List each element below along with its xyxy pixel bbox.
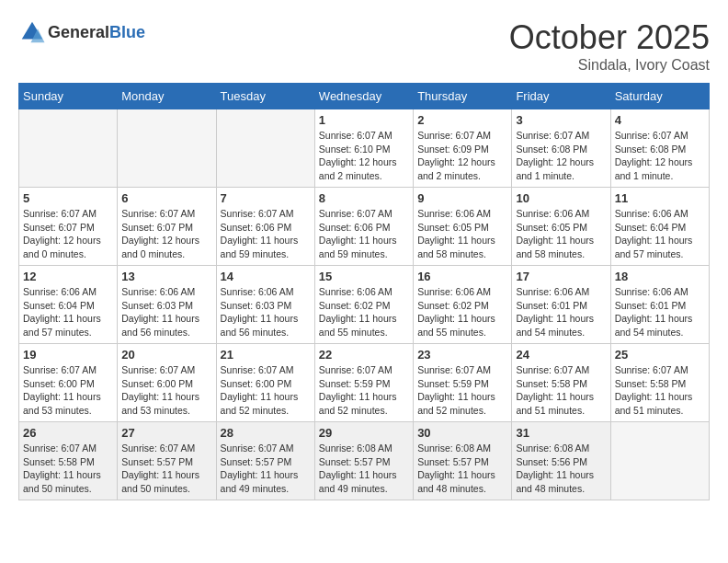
day-info: Sunrise: 6:06 AMSunset: 6:04 PMDaylight:… [615, 207, 705, 261]
calendar-day-cell: 21Sunrise: 6:07 AMSunset: 6:00 PMDayligh… [216, 344, 314, 422]
day-number: 24 [516, 348, 606, 362]
day-info: Sunrise: 6:07 AMSunset: 6:00 PMDaylight:… [121, 363, 211, 418]
day-number: 7 [221, 191, 311, 205]
day-info: Sunrise: 6:07 AMSunset: 5:59 PMDaylight:… [319, 363, 409, 418]
day-number: 26 [23, 426, 113, 440]
day-number: 17 [516, 270, 606, 283]
day-info: Sunrise: 6:07 AMSunset: 6:09 PMDaylight:… [417, 129, 507, 183]
day-number: 14 [221, 270, 311, 283]
calendar-day-cell [216, 109, 314, 188]
day-info: Sunrise: 6:07 AMSunset: 5:59 PMDaylight:… [417, 363, 507, 418]
calendar-day-cell: 14Sunrise: 6:06 AMSunset: 6:03 PMDayligh… [216, 266, 314, 344]
calendar-day-cell: 19Sunrise: 6:07 AMSunset: 6:00 PMDayligh… [19, 344, 118, 422]
calendar-day-cell: 30Sunrise: 6:08 AMSunset: 5:57 PMDayligh… [414, 422, 512, 500]
calendar-week-row: 1Sunrise: 6:07 AMSunset: 6:10 PMDaylight… [19, 109, 710, 188]
calendar-day-cell: 11Sunrise: 6:06 AMSunset: 6:04 PMDayligh… [610, 188, 709, 266]
day-info: Sunrise: 6:07 AMSunset: 6:00 PMDaylight:… [23, 363, 113, 418]
weekday-header: Tuesday [216, 84, 314, 109]
day-number: 5 [23, 191, 113, 205]
day-info: Sunrise: 6:07 AMSunset: 6:08 PMDaylight:… [615, 129, 705, 183]
weekday-header: Saturday [610, 84, 709, 109]
day-info: Sunrise: 6:07 AMSunset: 6:10 PMDaylight:… [319, 129, 409, 183]
weekday-header: Monday [118, 84, 216, 109]
calendar-day-cell: 31Sunrise: 6:08 AMSunset: 5:56 PMDayligh… [512, 422, 610, 500]
day-info: Sunrise: 6:06 AMSunset: 6:01 PMDaylight:… [516, 285, 606, 339]
day-info: Sunrise: 6:07 AMSunset: 6:07 PMDaylight:… [121, 207, 211, 261]
calendar-day-cell: 3Sunrise: 6:07 AMSunset: 6:08 PMDaylight… [512, 109, 610, 188]
logo-icon [18, 18, 46, 46]
day-info: Sunrise: 6:06 AMSunset: 6:04 PMDaylight:… [23, 285, 113, 339]
day-number: 11 [615, 191, 705, 205]
day-number: 15 [319, 270, 409, 283]
calendar-week-row: 26Sunrise: 6:07 AMSunset: 5:58 PMDayligh… [19, 422, 710, 500]
day-info: Sunrise: 6:06 AMSunset: 6:02 PMDaylight:… [319, 285, 409, 339]
calendar-day-cell: 23Sunrise: 6:07 AMSunset: 5:59 PMDayligh… [414, 344, 512, 422]
day-info: Sunrise: 6:07 AMSunset: 5:57 PMDaylight:… [221, 442, 311, 496]
day-number: 25 [615, 348, 705, 362]
day-info: Sunrise: 6:06 AMSunset: 6:05 PMDaylight:… [516, 207, 606, 261]
weekday-header: Wednesday [314, 84, 413, 109]
day-info: Sunrise: 6:06 AMSunset: 6:05 PMDaylight:… [417, 207, 507, 261]
day-info: Sunrise: 6:07 AMSunset: 6:00 PMDaylight:… [221, 363, 311, 418]
calendar-day-cell: 20Sunrise: 6:07 AMSunset: 6:00 PMDayligh… [118, 344, 216, 422]
day-info: Sunrise: 6:08 AMSunset: 5:57 PMDaylight:… [417, 442, 507, 496]
day-number: 6 [121, 191, 211, 205]
location-title: Sindala, Ivory Coast [509, 57, 710, 74]
calendar-week-row: 19Sunrise: 6:07 AMSunset: 6:00 PMDayligh… [19, 344, 710, 422]
calendar-day-cell: 7Sunrise: 6:07 AMSunset: 6:06 PMDaylight… [216, 188, 314, 266]
day-info: Sunrise: 6:06 AMSunset: 6:03 PMDaylight:… [121, 285, 211, 339]
calendar-day-cell: 28Sunrise: 6:07 AMSunset: 5:57 PMDayligh… [216, 422, 314, 500]
day-number: 27 [121, 426, 211, 440]
calendar-week-row: 5Sunrise: 6:07 AMSunset: 6:07 PMDaylight… [19, 188, 710, 266]
calendar-day-cell: 1Sunrise: 6:07 AMSunset: 6:10 PMDaylight… [314, 109, 413, 188]
weekday-header: Friday [512, 84, 610, 109]
day-info: Sunrise: 6:08 AMSunset: 5:56 PMDaylight:… [516, 442, 606, 496]
day-number: 20 [121, 348, 211, 362]
day-number: 21 [221, 348, 311, 362]
day-number: 30 [417, 426, 507, 440]
calendar-day-cell: 4Sunrise: 6:07 AMSunset: 6:08 PMDaylight… [610, 109, 709, 188]
calendar-day-cell: 15Sunrise: 6:06 AMSunset: 6:02 PMDayligh… [314, 266, 413, 344]
logo: GeneralBlue [18, 18, 145, 46]
day-number: 8 [319, 191, 409, 205]
day-info: Sunrise: 6:06 AMSunset: 6:02 PMDaylight:… [417, 285, 507, 339]
day-number: 9 [417, 191, 507, 205]
calendar-day-cell [610, 422, 709, 500]
month-title: October 2025 [509, 18, 710, 57]
day-info: Sunrise: 6:07 AMSunset: 6:06 PMDaylight:… [319, 207, 409, 261]
day-info: Sunrise: 6:07 AMSunset: 6:06 PMDaylight:… [221, 207, 311, 261]
calendar-day-cell: 9Sunrise: 6:06 AMSunset: 6:05 PMDaylight… [414, 188, 512, 266]
day-number: 10 [516, 191, 606, 205]
day-number: 12 [23, 270, 113, 283]
day-number: 18 [615, 270, 705, 283]
day-number: 13 [121, 270, 211, 283]
title-block: October 2025 Sindala, Ivory Coast [509, 18, 710, 74]
calendar-week-row: 12Sunrise: 6:06 AMSunset: 6:04 PMDayligh… [19, 266, 710, 344]
calendar-day-cell: 5Sunrise: 6:07 AMSunset: 6:07 PMDaylight… [19, 188, 118, 266]
calendar-day-cell: 18Sunrise: 6:06 AMSunset: 6:01 PMDayligh… [610, 266, 709, 344]
calendar-day-cell [19, 109, 118, 188]
day-number: 3 [516, 113, 606, 127]
calendar-day-cell: 6Sunrise: 6:07 AMSunset: 6:07 PMDaylight… [118, 188, 216, 266]
day-number: 31 [516, 426, 606, 440]
day-number: 2 [417, 113, 507, 127]
calendar-day-cell: 2Sunrise: 6:07 AMSunset: 6:09 PMDaylight… [414, 109, 512, 188]
calendar-day-cell: 16Sunrise: 6:06 AMSunset: 6:02 PMDayligh… [414, 266, 512, 344]
day-number: 19 [23, 348, 113, 362]
day-info: Sunrise: 6:08 AMSunset: 5:57 PMDaylight:… [319, 442, 409, 496]
day-info: Sunrise: 6:07 AMSunset: 5:58 PMDaylight:… [23, 442, 113, 496]
logo-blue: Blue [109, 23, 145, 41]
page-header: GeneralBlue October 2025 Sindala, Ivory … [18, 18, 710, 74]
calendar-day-cell: 26Sunrise: 6:07 AMSunset: 5:58 PMDayligh… [19, 422, 118, 500]
weekday-header: Sunday [19, 84, 118, 109]
day-number: 29 [319, 426, 409, 440]
day-info: Sunrise: 6:07 AMSunset: 6:08 PMDaylight:… [516, 129, 606, 183]
calendar-day-cell: 25Sunrise: 6:07 AMSunset: 5:58 PMDayligh… [610, 344, 709, 422]
day-number: 28 [221, 426, 311, 440]
day-info: Sunrise: 6:07 AMSunset: 6:07 PMDaylight:… [23, 207, 113, 261]
calendar-day-cell [118, 109, 216, 188]
day-number: 4 [615, 113, 705, 127]
day-info: Sunrise: 6:07 AMSunset: 5:57 PMDaylight:… [121, 442, 211, 496]
day-number: 23 [417, 348, 507, 362]
logo-general: General [48, 23, 109, 41]
